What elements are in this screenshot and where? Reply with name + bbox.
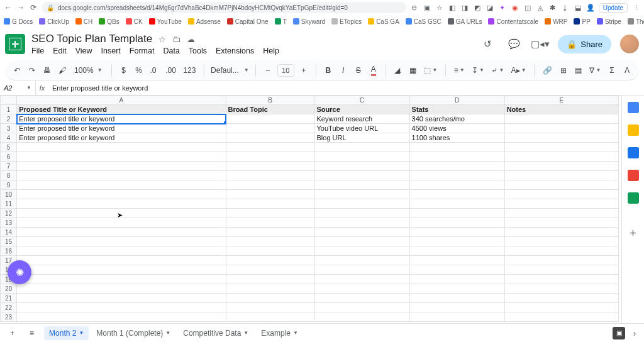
install-icon[interactable]: ⬓ (574, 3, 582, 12)
menu-view[interactable]: View (75, 47, 92, 55)
cell[interactable] (17, 190, 226, 199)
comment-icon[interactable]: 💬 (505, 35, 523, 53)
row-header[interactable]: 1 (1, 105, 17, 114)
bookmark-item[interactable]: CK (126, 18, 143, 25)
cloud-icon[interactable]: ☁ (187, 35, 195, 44)
cell[interactable] (226, 284, 314, 294)
cell[interactable]: 1100 shares (409, 133, 504, 143)
cell[interactable] (17, 312, 226, 322)
bookmark-item[interactable]: WRP (545, 18, 567, 25)
cell[interactable] (504, 171, 618, 180)
cell[interactable] (226, 275, 314, 284)
cell[interactable] (226, 180, 314, 190)
bookmark-item[interactable]: ClickUp (39, 18, 69, 25)
keep-icon[interactable] (628, 124, 639, 136)
paint-format-icon[interactable]: 🖌 (57, 63, 68, 77)
cell[interactable] (409, 152, 504, 162)
cell[interactable] (409, 256, 504, 265)
cell[interactable] (17, 246, 226, 256)
cell[interactable] (17, 256, 226, 265)
star-doc-icon[interactable]: ☆ (158, 35, 166, 44)
sheet-tab[interactable]: Competitive Data▼ (178, 326, 253, 340)
menu-edit[interactable]: Edit (53, 47, 67, 55)
cell[interactable] (504, 190, 618, 199)
italic-icon[interactable]: I (338, 63, 349, 77)
forward-icon[interactable]: → (16, 3, 25, 12)
cell[interactable] (17, 180, 226, 190)
cell[interactable] (504, 275, 618, 284)
cell[interactable] (409, 312, 504, 322)
cell[interactable] (409, 190, 504, 199)
link-icon[interactable]: 🔗 (541, 63, 554, 77)
cell[interactable] (314, 303, 409, 312)
fill-color-icon[interactable]: ◢. (392, 63, 404, 77)
cell[interactable] (409, 303, 504, 312)
share-button[interactable]: 🔒 Share (558, 35, 611, 53)
sheet-tab[interactable]: Month 1 (Complete)▼ (91, 326, 175, 340)
cell[interactable] (504, 209, 618, 218)
update-button[interactable]: Update (599, 3, 628, 13)
cell[interactable] (226, 228, 314, 237)
cell[interactable] (17, 228, 226, 237)
reload-icon[interactable]: ⟳ (29, 3, 38, 12)
cell[interactable] (314, 162, 409, 171)
ext7-icon[interactable]: ◫ (523, 3, 532, 12)
ext6-icon[interactable]: ◉ (511, 3, 519, 12)
bookmark-item[interactable]: QBs (99, 18, 119, 25)
cell[interactable] (314, 256, 409, 265)
bookmark-item[interactable]: CaS GA (368, 18, 399, 25)
cell[interactable]: Keyword research (314, 114, 409, 124)
cell[interactable] (17, 143, 226, 152)
kebab-icon[interactable]: ⋮ (631, 3, 640, 12)
cell[interactable] (17, 152, 226, 162)
cell[interactable] (226, 133, 314, 143)
cell[interactable] (409, 209, 504, 218)
zoom-icon[interactable]: ⊖ (410, 3, 419, 12)
add-on-plus-icon[interactable]: + (628, 228, 639, 239)
print-icon[interactable]: 🖶 (42, 63, 53, 77)
cell[interactable] (409, 171, 504, 180)
row-header[interactable]: 5 (1, 143, 17, 152)
row-header[interactable]: 6 (1, 152, 17, 162)
explore-button[interactable]: ▣ (613, 327, 625, 339)
ext2-icon[interactable]: ◨ (460, 3, 469, 12)
cell[interactable] (409, 246, 504, 256)
star-icon[interactable]: ☆ (435, 3, 444, 12)
row-header[interactable]: 16 (1, 246, 17, 256)
cell[interactable] (314, 209, 409, 218)
tasks-icon[interactable] (628, 147, 639, 158)
cell[interactable] (314, 312, 409, 322)
cell[interactable] (504, 114, 618, 124)
ext8-icon[interactable]: ◬ (536, 3, 545, 12)
cell[interactable] (504, 133, 618, 143)
bookmark-item[interactable]: CH (75, 18, 92, 25)
cell[interactable] (314, 218, 409, 228)
filter-icon[interactable]: ∇▼ (588, 63, 602, 77)
cell[interactable] (226, 209, 314, 218)
cast-icon[interactable]: ▣ (423, 3, 431, 12)
menu-insert[interactable]: Insert (101, 47, 121, 55)
cell[interactable] (226, 265, 314, 275)
cell[interactable] (314, 294, 409, 303)
cell[interactable] (17, 237, 226, 246)
select-all-corner[interactable] (1, 96, 17, 105)
cell[interactable] (226, 114, 314, 124)
row-header[interactable]: 14 (1, 228, 17, 237)
row-header[interactable]: 13 (1, 218, 17, 228)
ext5-icon[interactable]: ✦ (498, 3, 507, 12)
font-size-input[interactable]: 10 (277, 64, 294, 77)
cell[interactable] (226, 246, 314, 256)
move-icon[interactable]: 🗀 (172, 35, 180, 44)
cell[interactable] (504, 237, 618, 246)
zoom-select[interactable]: 100%▼ (72, 66, 105, 75)
profile-icon[interactable]: 👤 (586, 3, 595, 12)
history-icon[interactable]: ↺ (479, 35, 496, 53)
download-icon[interactable]: ⭳ (561, 3, 570, 12)
calendar-icon[interactable] (628, 102, 639, 113)
cell[interactable]: 340 searches/mo (409, 114, 504, 124)
strike-icon[interactable]: S (353, 63, 364, 77)
bookmark-item[interactable]: YouTube (149, 18, 182, 25)
cell[interactable] (17, 303, 226, 312)
cell[interactable] (504, 284, 618, 294)
cell[interactable] (504, 180, 618, 190)
